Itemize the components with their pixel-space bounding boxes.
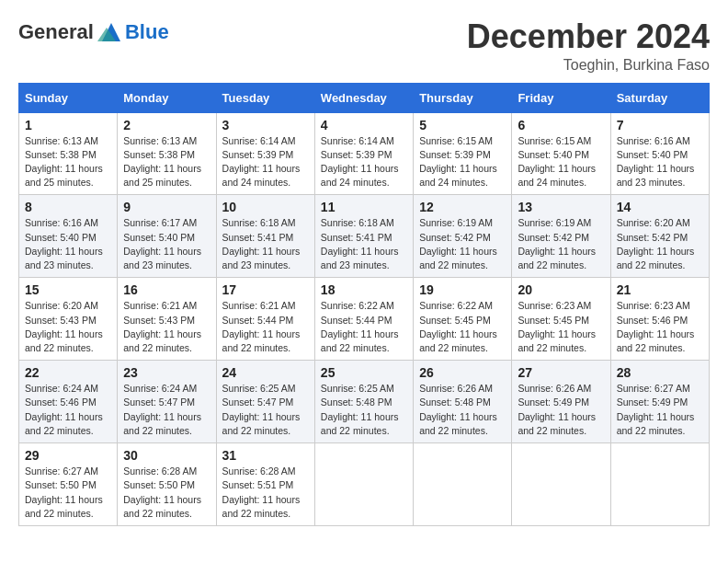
day-number: 5 [419,118,506,132]
day-number: 28 [617,365,703,380]
calendar-cell: 21Sunrise: 6:23 AM Sunset: 5:46 PM Dayli… [610,278,709,361]
day-number: 15 [25,282,111,297]
calendar-cell: 20Sunrise: 6:23 AM Sunset: 5:45 PM Dayli… [512,278,610,361]
day-number: 30 [123,448,210,463]
location-title: Toeghin, Burkina Faso [467,57,710,74]
day-number: 1 [25,118,111,132]
day-number: 16 [123,282,210,297]
calendar-cell: 4Sunrise: 6:14 AM Sunset: 5:39 PM Daylig… [314,112,413,195]
calendar-cell: 1Sunrise: 6:13 AM Sunset: 5:38 PM Daylig… [19,112,118,195]
calendar-cell: 28Sunrise: 6:27 AM Sunset: 5:49 PM Dayli… [610,361,709,443]
day-info: Sunrise: 6:18 AM Sunset: 5:41 PM Dayligh… [222,216,309,272]
day-info: Sunrise: 6:23 AM Sunset: 5:46 PM Dayligh… [617,299,703,355]
day-number: 6 [518,118,604,132]
calendar-cell: 15Sunrise: 6:20 AM Sunset: 5:43 PM Dayli… [19,278,118,361]
logo-icon [97,18,125,46]
calendar-cell: 6Sunrise: 6:15 AM Sunset: 5:40 PM Daylig… [512,112,610,195]
day-info: Sunrise: 6:25 AM Sunset: 5:47 PM Dayligh… [222,382,309,438]
page-header: General Blue December 2024 Toeghin, Burk… [18,18,710,74]
day-number: 25 [321,365,407,380]
month-title: December 2024 [467,18,710,55]
logo: General Blue [18,18,169,46]
day-number: 23 [123,365,210,380]
day-info: Sunrise: 6:28 AM Sunset: 5:50 PM Dayligh… [123,465,210,521]
calendar-cell [512,443,610,526]
day-info: Sunrise: 6:24 AM Sunset: 5:46 PM Dayligh… [25,382,111,438]
day-info: Sunrise: 6:19 AM Sunset: 5:42 PM Dayligh… [419,216,506,272]
column-header-sunday: Sunday [19,83,118,112]
day-number: 12 [419,200,506,214]
calendar-cell: 22Sunrise: 6:24 AM Sunset: 5:46 PM Dayli… [19,361,118,443]
day-info: Sunrise: 6:14 AM Sunset: 5:39 PM Dayligh… [222,134,309,190]
calendar-cell: 11Sunrise: 6:18 AM Sunset: 5:41 PM Dayli… [314,195,413,278]
calendar-cell: 2Sunrise: 6:13 AM Sunset: 5:38 PM Daylig… [118,112,216,195]
day-number: 10 [222,200,309,214]
calendar-cell: 29Sunrise: 6:27 AM Sunset: 5:50 PM Dayli… [19,443,118,526]
day-number: 14 [617,200,703,214]
day-number: 22 [25,365,111,380]
day-info: Sunrise: 6:24 AM Sunset: 5:47 PM Dayligh… [123,382,210,438]
day-number: 18 [321,282,407,297]
calendar-body: 1Sunrise: 6:13 AM Sunset: 5:38 PM Daylig… [19,112,710,525]
week-row-1: 1Sunrise: 6:13 AM Sunset: 5:38 PM Daylig… [19,112,710,195]
column-header-friday: Friday [512,83,610,112]
logo-general: General [18,20,94,44]
calendar-cell: 27Sunrise: 6:26 AM Sunset: 5:49 PM Dayli… [512,361,610,443]
day-number: 11 [321,200,407,214]
day-info: Sunrise: 6:26 AM Sunset: 5:48 PM Dayligh… [419,382,506,438]
column-header-tuesday: Tuesday [216,83,314,112]
day-info: Sunrise: 6:21 AM Sunset: 5:44 PM Dayligh… [222,299,309,355]
calendar-cell: 25Sunrise: 6:25 AM Sunset: 5:48 PM Dayli… [314,361,413,443]
logo-blue: Blue [125,20,169,44]
calendar-table: SundayMondayTuesdayWednesdayThursdayFrid… [18,83,710,526]
day-number: 21 [617,282,703,297]
calendar-cell: 10Sunrise: 6:18 AM Sunset: 5:41 PM Dayli… [216,195,314,278]
day-info: Sunrise: 6:26 AM Sunset: 5:49 PM Dayligh… [518,382,604,438]
day-number: 27 [518,365,604,380]
column-header-saturday: Saturday [610,83,709,112]
day-number: 20 [518,282,604,297]
day-info: Sunrise: 6:20 AM Sunset: 5:43 PM Dayligh… [25,299,111,355]
calendar-cell: 19Sunrise: 6:22 AM Sunset: 5:45 PM Dayli… [414,278,512,361]
day-number: 7 [617,118,703,132]
day-info: Sunrise: 6:22 AM Sunset: 5:45 PM Dayligh… [419,299,506,355]
calendar-cell: 9Sunrise: 6:17 AM Sunset: 5:40 PM Daylig… [118,195,216,278]
calendar-cell: 30Sunrise: 6:28 AM Sunset: 5:50 PM Dayli… [118,443,216,526]
day-info: Sunrise: 6:15 AM Sunset: 5:40 PM Dayligh… [518,134,604,190]
day-info: Sunrise: 6:16 AM Sunset: 5:40 PM Dayligh… [617,134,703,190]
calendar-cell: 12Sunrise: 6:19 AM Sunset: 5:42 PM Dayli… [414,195,512,278]
calendar-cell: 26Sunrise: 6:26 AM Sunset: 5:48 PM Dayli… [414,361,512,443]
day-info: Sunrise: 6:27 AM Sunset: 5:49 PM Dayligh… [617,382,703,438]
day-number: 17 [222,282,309,297]
column-header-wednesday: Wednesday [314,83,413,112]
week-row-3: 15Sunrise: 6:20 AM Sunset: 5:43 PM Dayli… [19,278,710,361]
calendar-cell: 13Sunrise: 6:19 AM Sunset: 5:42 PM Dayli… [512,195,610,278]
day-number: 8 [25,200,111,214]
day-info: Sunrise: 6:16 AM Sunset: 5:40 PM Dayligh… [25,216,111,272]
day-number: 3 [222,118,309,132]
day-info: Sunrise: 6:21 AM Sunset: 5:43 PM Dayligh… [123,299,210,355]
column-header-monday: Monday [118,83,216,112]
day-number: 4 [321,118,407,132]
day-info: Sunrise: 6:25 AM Sunset: 5:48 PM Dayligh… [321,382,407,438]
day-info: Sunrise: 6:28 AM Sunset: 5:51 PM Dayligh… [222,465,309,521]
day-info: Sunrise: 6:18 AM Sunset: 5:41 PM Dayligh… [321,216,407,272]
calendar-cell: 3Sunrise: 6:14 AM Sunset: 5:39 PM Daylig… [216,112,314,195]
week-row-4: 22Sunrise: 6:24 AM Sunset: 5:46 PM Dayli… [19,361,710,443]
day-info: Sunrise: 6:14 AM Sunset: 5:39 PM Dayligh… [321,134,407,190]
day-number: 9 [123,200,210,214]
day-number: 31 [222,448,309,463]
day-info: Sunrise: 6:20 AM Sunset: 5:42 PM Dayligh… [617,216,703,272]
calendar-cell: 8Sunrise: 6:16 AM Sunset: 5:40 PM Daylig… [19,195,118,278]
day-info: Sunrise: 6:15 AM Sunset: 5:39 PM Dayligh… [419,134,506,190]
calendar-cell: 24Sunrise: 6:25 AM Sunset: 5:47 PM Dayli… [216,361,314,443]
day-info: Sunrise: 6:13 AM Sunset: 5:38 PM Dayligh… [25,134,111,190]
day-info: Sunrise: 6:17 AM Sunset: 5:40 PM Dayligh… [123,216,210,272]
calendar-cell: 14Sunrise: 6:20 AM Sunset: 5:42 PM Dayli… [610,195,709,278]
calendar-cell: 31Sunrise: 6:28 AM Sunset: 5:51 PM Dayli… [216,443,314,526]
day-number: 24 [222,365,309,380]
day-info: Sunrise: 6:13 AM Sunset: 5:38 PM Dayligh… [123,134,210,190]
day-number: 2 [123,118,210,132]
day-number: 19 [419,282,506,297]
day-info: Sunrise: 6:23 AM Sunset: 5:45 PM Dayligh… [518,299,604,355]
